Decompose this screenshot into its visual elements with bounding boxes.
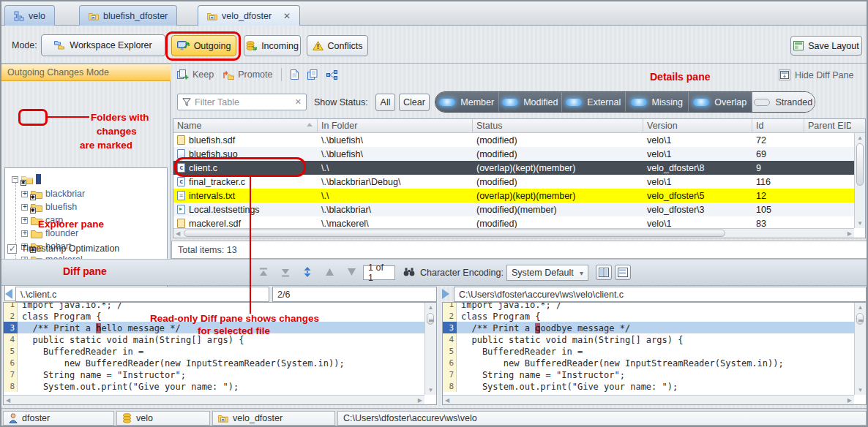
keep-button[interactable]: Keep xyxy=(177,69,214,80)
tree-item-bluefish[interactable]: ✱ bluefish xyxy=(21,200,77,214)
diff-right-path-field: C:\Users\dfoster\accurev\ws\velo\client.… xyxy=(454,287,867,302)
editor-horizontal-scrollbar[interactable]: ◀ ▶ xyxy=(443,395,854,404)
table-row[interactable]: bluefish.suo \.\bluefish\(modified) velo… xyxy=(173,147,865,161)
scrollbar-thumb[interactable] xyxy=(184,230,725,237)
table-row[interactable]: final_tracker.c \.\blackbriar\Debug\(mod… xyxy=(173,175,865,189)
character-encoding-select[interactable]: System Default ▾ xyxy=(506,265,588,281)
line-number: 7 xyxy=(4,369,18,380)
scroll-up-icon[interactable]: ▲ xyxy=(855,303,866,311)
unified-view-button[interactable] xyxy=(615,265,631,280)
conflicts-button[interactable]: Conflicts xyxy=(307,35,368,56)
root-selection-chip xyxy=(36,174,41,184)
filter-funnel-icon xyxy=(182,98,191,107)
editor-vertical-scrollbar[interactable]: ▲ ▼ xyxy=(854,303,866,395)
scroll-right-icon[interactable]: ▶ xyxy=(848,231,852,237)
tab-bluefish-dfoster[interactable]: bluefish_dfoster xyxy=(79,5,177,26)
tree-item-blackbriar[interactable]: ✱ blackbriar xyxy=(21,187,85,200)
toggle-stranded[interactable]: Stranded xyxy=(752,92,815,112)
column-header-id[interactable]: Id xyxy=(752,119,804,132)
table-row[interactable]: bluefish.sdf \.\bluefish\(modified) velo… xyxy=(173,133,865,147)
scroll-up-icon[interactable]: ▲ xyxy=(425,303,436,311)
column-header-parent-eid[interactable]: Parent EID xyxy=(804,119,851,132)
merge-right-icon[interactable] xyxy=(442,289,449,299)
toggle-member[interactable]: Member xyxy=(435,92,499,112)
stream-icon xyxy=(14,11,24,21)
diff-left-counter-field: 2/6 xyxy=(272,287,437,302)
expand-icon[interactable] xyxy=(21,204,28,211)
table-row-overlap[interactable]: intervals.txt \.\(overlap)(kept)(member)… xyxy=(173,189,865,203)
previous-diff-icon[interactable] xyxy=(323,266,336,278)
tree-item-root[interactable]: ✱ xyxy=(12,173,41,186)
next-diff-icon[interactable] xyxy=(345,266,358,278)
workspace-explorer-label: Workspace Explorer xyxy=(70,40,151,50)
table-row[interactable]: Local.testsettings \.\blackbriar\(modifi… xyxy=(173,203,865,216)
expand-diffs-icon[interactable] xyxy=(301,266,314,278)
expand-icon[interactable] xyxy=(21,230,28,237)
line-number: 4 xyxy=(4,333,18,345)
side-by-side-view-button[interactable] xyxy=(596,265,612,280)
toggle-missing[interactable]: Missing xyxy=(626,92,689,112)
last-diff-icon[interactable] xyxy=(279,266,292,278)
scroll-up-icon[interactable]: ▲ xyxy=(855,133,865,141)
status-clear-button[interactable]: Clear xyxy=(399,94,430,111)
filter-text-field[interactable] xyxy=(195,97,291,107)
incoming-button[interactable]: Incoming xyxy=(244,35,301,56)
annotation-details-pane: Details pane xyxy=(650,71,710,83)
expand-icon[interactable] xyxy=(21,217,28,224)
workspace-explorer-button[interactable]: Workspace Explorer xyxy=(41,34,165,56)
table-vertical-scrollbar[interactable]: ▲ ▼ xyxy=(854,133,865,228)
code-line: 8 System.out.print("Give your name: "); xyxy=(4,380,424,392)
checkbox-checked-icon[interactable] xyxy=(7,244,17,254)
tab-close-icon[interactable]: ✕ xyxy=(283,11,291,21)
scroll-left-icon[interactable]: ◀ xyxy=(445,398,449,404)
code-line: 1import java.io.*; / xyxy=(443,302,854,310)
scroll-down-icon[interactable]: ▼ xyxy=(855,388,866,393)
scrollbar-thumb[interactable] xyxy=(427,313,434,325)
scroll-down-icon[interactable]: ▼ xyxy=(425,388,436,393)
incoming-icon xyxy=(246,41,257,51)
find-binoculars-icon[interactable] xyxy=(403,266,416,278)
column-header-status[interactable]: Status xyxy=(473,119,643,132)
table-horizontal-scrollbar[interactable]: ◀ ▶ xyxy=(173,228,854,238)
save-layout-label: Save Layout xyxy=(808,41,859,51)
table-row-selected[interactable]: client.c \.\(overlap)(kept)(member) velo… xyxy=(173,161,865,175)
scroll-left-icon[interactable]: ◀ xyxy=(176,231,180,237)
expand-icon[interactable] xyxy=(21,191,28,197)
line-number: 1 xyxy=(4,302,18,310)
outgoing-button[interactable]: Outgoing xyxy=(171,35,236,56)
workspace-icon xyxy=(89,12,99,20)
workspace-path: C:\Users\dfoster\accurev\ws\velo xyxy=(343,413,477,423)
column-header-name[interactable]: Name xyxy=(173,119,318,132)
merge-left-icon[interactable] xyxy=(5,289,12,299)
timestamp-optimization-toggle[interactable]: Timestamp Optimization xyxy=(7,243,119,254)
scroll-right-icon[interactable]: ▶ xyxy=(418,398,422,404)
tab-velo-dfoster[interactable]: velo_dfoster ✕ xyxy=(198,5,300,26)
toggle-external[interactable]: External xyxy=(562,92,626,112)
save-layout-button[interactable]: Save Layout xyxy=(790,36,862,56)
filter-table-input[interactable]: ✕ xyxy=(177,94,307,110)
diff-counter-field[interactable]: 1 of 1 xyxy=(363,265,395,280)
column-header-version[interactable]: Version xyxy=(643,119,752,132)
first-diff-icon[interactable] xyxy=(257,266,270,278)
diff-left-path-field: \.\client.c xyxy=(15,287,269,302)
scrollbar-thumb[interactable] xyxy=(856,313,864,325)
view-file-icon[interactable] xyxy=(291,69,299,80)
clear-filter-icon[interactable]: ✕ xyxy=(295,97,302,107)
copy-icon[interactable] xyxy=(307,69,318,80)
status-all-button[interactable]: All xyxy=(375,94,395,111)
scrollbar-thumb[interactable] xyxy=(856,143,864,186)
hide-diff-pane-button[interactable]: Hide Diff Pane xyxy=(779,69,853,80)
collapse-icon[interactable] xyxy=(12,176,18,183)
column-header-in-folder[interactable]: In Folder xyxy=(318,119,473,132)
tab-velo[interactable]: velo xyxy=(4,5,55,26)
toggle-overlap[interactable]: Overlap xyxy=(689,92,752,112)
toggle-modified[interactable]: Modified xyxy=(499,92,563,112)
scroll-right-icon[interactable]: ▶ xyxy=(848,398,852,404)
promote-button[interactable]: Promote xyxy=(222,69,272,80)
scroll-down-icon[interactable]: ▼ xyxy=(855,221,865,227)
ancestry-icon[interactable] xyxy=(326,70,337,80)
scroll-left-icon[interactable]: ◀ xyxy=(6,398,10,404)
editor-vertical-scrollbar[interactable]: ▲ ▼ xyxy=(424,303,436,395)
user-name: dfoster xyxy=(22,413,50,423)
editor-horizontal-scrollbar[interactable]: ◀ ▶ xyxy=(4,395,424,404)
